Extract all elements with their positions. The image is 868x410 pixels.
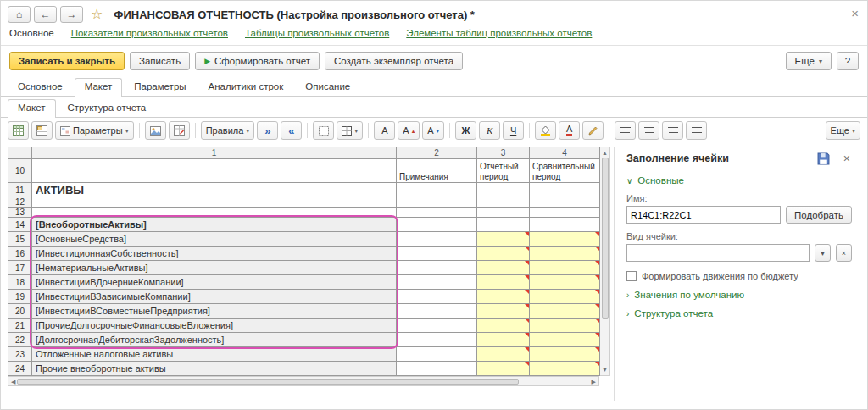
sheet-cell[interactable] [477,362,530,376]
sheet-cell[interactable] [477,247,530,261]
sheet-cell[interactable] [530,197,600,208]
sheet-cell[interactable] [530,304,600,319]
sheet-cell[interactable] [477,290,530,304]
sheet-cell[interactable] [530,208,600,218]
column-header[interactable]: 3 [477,147,530,159]
nav-item-indicators[interactable]: Показатели произвольных отчетов [71,28,228,38]
cell-kind-dropdown-button[interactable]: ▾ [815,244,831,262]
sheet-cell[interactable]: [ДолгосрочнаяДебиторскаяЗадолженность] [32,333,397,347]
sheet-cell[interactable] [32,208,397,218]
sheet-cell[interactable] [397,333,477,347]
row-number[interactable]: 24 [8,362,32,376]
sheet-cell[interactable] [397,319,477,333]
edit-table-button[interactable] [169,121,190,140]
scroll-left-arrow[interactable]: ◀ [9,377,17,386]
column-header[interactable]: 1 [32,147,397,159]
rules-button[interactable]: Правила ▾ [201,121,255,140]
sheet-cell[interactable] [530,183,600,197]
forward-button[interactable]: → [60,6,83,23]
row-number[interactable]: 23 [8,347,32,362]
sheet-cell[interactable]: [ВнеоборотныеАктивы] [32,218,397,232]
bold-button[interactable]: Ж [455,121,476,140]
picture-button[interactable] [145,121,166,140]
tab-description[interactable]: Описание [295,78,360,96]
tab-main[interactable]: Основное [8,78,73,96]
sheet-cell[interactable] [397,362,477,376]
subtab-layout[interactable]: Макет [8,99,56,118]
back-button[interactable]: ← [34,6,57,23]
sheet-cell[interactable] [530,290,600,304]
cell-kind-input[interactable] [626,244,810,262]
generate-report-button[interactable]: ▶ Сформировать отчет [195,52,320,70]
sheet-cell[interactable] [397,232,477,247]
sheet-cell[interactable] [477,183,530,197]
save-and-close-button[interactable]: Записать и закрыть [9,52,125,70]
row-number[interactable]: 13 [8,208,32,218]
row-number[interactable]: 12 [8,197,32,208]
sheet-cell[interactable] [397,347,477,362]
row-number[interactable]: 21 [8,319,32,333]
underline-button[interactable]: Ч [503,121,524,140]
favorite-star-icon[interactable]: ☆ [91,8,103,21]
sheet-grid-button[interactable] [8,121,29,140]
sheet-cell[interactable] [477,261,530,275]
help-button[interactable]: ? [837,52,859,70]
sheet-cell[interactable]: [ПрочиеДолгосрочныеФинансовыеВложения] [32,319,397,333]
sheet-cell[interactable]: [ИнвестицииВЗависимыеКомпании] [32,290,397,304]
sheet-cell[interactable] [530,362,600,376]
sheet-cell[interactable] [530,218,600,232]
align-right-button[interactable] [662,121,683,140]
row-number[interactable]: 11 [8,183,32,197]
vertical-scroll-thumb[interactable] [602,158,609,319]
sheet-cell[interactable]: Прочие внеоборотные активы [32,362,397,376]
create-report-instance-button[interactable]: Создать экземпляр отчета [325,52,463,70]
pick-button[interactable]: Подобрать [786,206,852,224]
subtab-report-structure[interactable]: Структура отчета [58,99,157,117]
sheet-cell[interactable] [32,159,397,183]
row-number[interactable]: 14 [8,218,32,232]
align-center-button[interactable] [638,121,659,140]
fill-color-button[interactable] [535,121,556,140]
sheet-cell[interactable]: Отчетный период [477,159,530,183]
sheet-cell[interactable]: Сравнительный период [530,159,600,183]
sheet-cell[interactable] [397,218,477,232]
row-number[interactable]: 10 [8,159,32,183]
sheet-cell[interactable]: [ИнвестицииВДочерниеКомпании] [32,275,397,290]
row-number[interactable]: 18 [8,275,32,290]
parameters-button[interactable]: Параметры ▾ [55,121,134,140]
sheet-cell[interactable] [397,290,477,304]
font-color-button[interactable]: А [559,121,580,140]
panel-save-button[interactable] [815,151,832,167]
italic-button[interactable]: К [479,121,500,140]
border-color-button[interactable] [582,121,604,140]
row-number[interactable]: 22 [8,333,32,347]
font-increase-button[interactable]: А ▴ [398,121,420,140]
sheet-cell[interactable] [530,232,600,247]
collapse-groups-button[interactable]: « [281,121,302,140]
sheet-cell[interactable] [530,333,600,347]
sheet-cell[interactable] [397,261,477,275]
home-button[interactable]: ⌂ [8,6,31,23]
horizontal-scrollbar[interactable]: ◀ ▶ [8,376,599,386]
sheet-cell[interactable]: Отложенные налоговые активы [32,347,397,362]
named-areas-button[interactable] [31,121,53,140]
row-number[interactable]: 15 [8,232,32,247]
save-button[interactable]: Записать [130,52,190,70]
name-input[interactable] [626,206,781,224]
tab-parameters[interactable]: Параметры [124,78,196,96]
sheet-cell[interactable]: Примечания [397,159,477,183]
sheet-cell[interactable] [477,275,530,290]
column-header[interactable]: 2 [397,147,477,159]
section-report-structure[interactable]: › Структура отчета [626,308,852,319]
nav-item-table-elements[interactable]: Элементы таблиц произвольных отчетов [406,28,592,38]
sheet-cell[interactable] [477,232,530,247]
scroll-down-arrow[interactable]: ▼ [600,365,609,374]
sheet-cell[interactable] [477,347,530,362]
sheet-cell[interactable] [477,304,530,319]
sheet-cell[interactable] [477,333,530,347]
sheet-cell[interactable] [477,218,530,232]
borders-button[interactable]: ▾ [337,121,363,140]
nav-item-main[interactable]: Основное [9,28,54,38]
horizontal-scroll-thumb[interactable] [17,379,519,385]
sheet-cell[interactable] [477,197,530,208]
